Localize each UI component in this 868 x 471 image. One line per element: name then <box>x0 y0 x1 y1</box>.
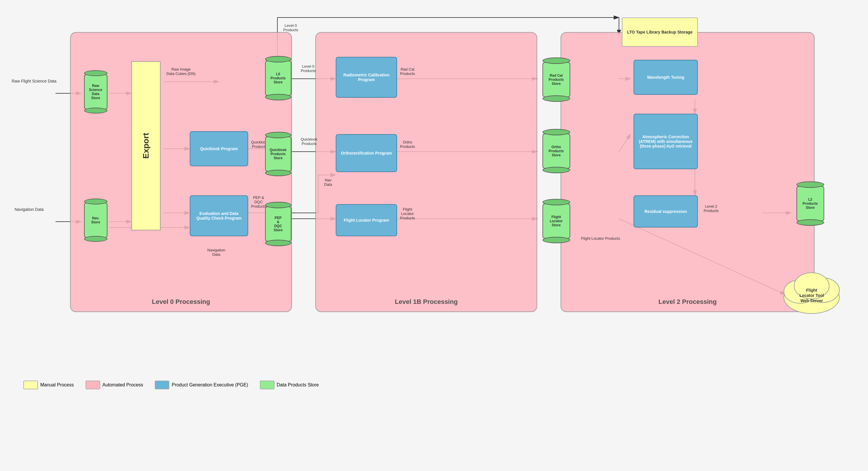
svg-text:Flight: Flight <box>806 288 817 293</box>
legend-store-box <box>260 380 274 389</box>
nav-data-right-annotation: NavData <box>324 178 332 187</box>
eval-dqc-program: Evaluation and Data Quality Check Progra… <box>190 195 248 236</box>
legend-data-store: Data Products Store <box>260 380 319 389</box>
level0-label: Level 0 Processing <box>71 298 291 306</box>
l0-products-top-annotation: Level 0Products <box>283 23 298 32</box>
raw-science-store: RawScienceDataStore <box>82 67 110 117</box>
quicklook-products-right-annotation: QuicklookProducts <box>301 137 317 146</box>
legend-store-label: Data Products Store <box>277 382 319 388</box>
raw-flight-label: Raw Flight Science Data <box>12 79 56 83</box>
orthorect-program: Orthorectifcation Program <box>336 134 397 172</box>
rad-cal-store: Rad CalProductsStore <box>540 54 572 105</box>
level2-label: Level 2 Processing <box>561 298 814 306</box>
cloud-svg: Flight Locator Tool Web Server <box>779 263 844 315</box>
legend-automated: Automated Process <box>86 380 143 389</box>
flight-locator-store: FlightLocatorStore <box>540 195 572 246</box>
export-box: Export <box>131 61 161 230</box>
pep-dqc-store: PEP&DQCStore <box>263 198 293 249</box>
flight-locator-products2-annotation: Flight Locator Products <box>581 236 620 241</box>
cloud-wrap: Flight Locator Tool Web Server <box>779 263 844 315</box>
navigation-label: Navigation Data <box>14 207 44 212</box>
rad-cal-annotation: Rad CalProducts <box>400 67 415 76</box>
svg-text:Locator Tool: Locator Tool <box>799 293 824 298</box>
legend-automated-box <box>86 380 100 389</box>
nav-store: Nav.Store <box>82 195 110 245</box>
nav-data-annotation: NavigationData <box>207 248 225 257</box>
l0-products-right-annotation: Level 0Products <box>301 64 316 73</box>
ortho-products-store: OrthoProductsStore <box>540 125 572 176</box>
flight-locator-products-annotation: FlightLocatorProducts <box>400 207 415 220</box>
legend-automated-label: Automated Process <box>102 382 143 388</box>
legend-pge-label: Product Generation Executive (PGE) <box>172 382 248 388</box>
rad-cal-program: Radiometric Calibration Program <box>336 57 397 98</box>
legend-pge: Product Generation Executive (PGE) <box>155 380 248 389</box>
residual-suppression: Residual suppression <box>633 195 698 228</box>
legend-manual: Manual Process <box>23 380 74 389</box>
atm-correction: Atmospheric Correction (ATREM) with simu… <box>633 114 698 169</box>
svg-text:Web Server: Web Server <box>801 298 823 303</box>
legend-pge-box <box>155 380 169 389</box>
legend-manual-label: Manual Process <box>40 382 74 388</box>
flight-locator-program: Flight Locator Program <box>336 204 397 236</box>
lto-box: LTO Tape Library Backup Storage <box>622 18 698 47</box>
ortho-products-annotation: OrthoProducts <box>400 140 415 149</box>
level1b-label: Level 1B Processing <box>316 298 537 306</box>
legend-manual-box <box>23 380 38 389</box>
l0-products-store: L0ProductsStore <box>263 53 293 104</box>
quicklook-products-store: QuicklookProductsStore <box>263 128 293 179</box>
wavelength-tuning: Wavelength Tuning <box>633 60 698 95</box>
legend: Manual Process Automated Process Product… <box>23 330 319 440</box>
diagram: Level 0 Processing Level 1B Processing L… <box>9 9 856 440</box>
l2-products-store: L2ProductsStore <box>794 178 826 229</box>
raw-image-annotation: Raw ImageData Cubes (DN) <box>166 67 196 76</box>
quicklook-program: Quicklook Program <box>190 131 248 166</box>
level2-products-annotation: Level 2Products <box>704 204 718 213</box>
